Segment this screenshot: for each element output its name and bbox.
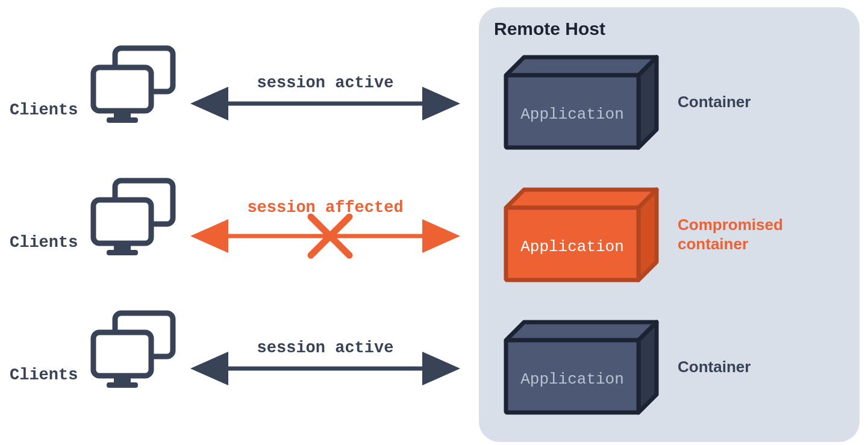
svg-rect-18 — [114, 376, 131, 382]
diagram-root: Remote Host Clients session active Appli… — [0, 0, 868, 445]
remote-host-title: Remote Host — [494, 19, 605, 39]
clients-label: Clients — [10, 101, 78, 119]
arrow-label: session active — [257, 339, 394, 357]
svg-rect-17 — [93, 332, 151, 376]
svg-marker-20 — [506, 322, 657, 340]
svg-rect-19 — [107, 382, 138, 388]
clients-icon — [93, 313, 173, 388]
svg-rect-10 — [107, 250, 138, 255]
container-label: Container — [678, 93, 751, 111]
svg-rect-3 — [107, 117, 138, 123]
svg-rect-1 — [93, 67, 151, 111]
clients-icon — [93, 181, 173, 255]
svg-marker-21 — [639, 322, 657, 412]
container-app-label: Application — [520, 105, 624, 123]
container-app-label: Application — [520, 370, 624, 388]
arrow-label: session active — [257, 74, 394, 92]
svg-rect-9 — [114, 243, 131, 250]
container-label-line2: container — [678, 235, 748, 253]
svg-marker-4 — [506, 57, 657, 75]
arrow-label: session affected — [247, 199, 403, 217]
container-box: Application — [506, 57, 657, 148]
container-label-line1: Compromised — [678, 216, 783, 234]
container-label: Container — [678, 358, 751, 376]
svg-marker-5 — [639, 57, 657, 148]
svg-rect-8 — [93, 200, 151, 243]
container-app-label: Application — [520, 238, 624, 256]
svg-rect-2 — [114, 111, 131, 117]
svg-marker-13 — [506, 190, 657, 208]
svg-marker-14 — [639, 190, 657, 280]
container-box: Application — [506, 322, 657, 412]
clients-label: Clients — [10, 366, 78, 384]
clients-label: Clients — [10, 234, 78, 252]
container-box-compromised: Application — [506, 190, 657, 280]
clients-icon — [93, 48, 173, 123]
